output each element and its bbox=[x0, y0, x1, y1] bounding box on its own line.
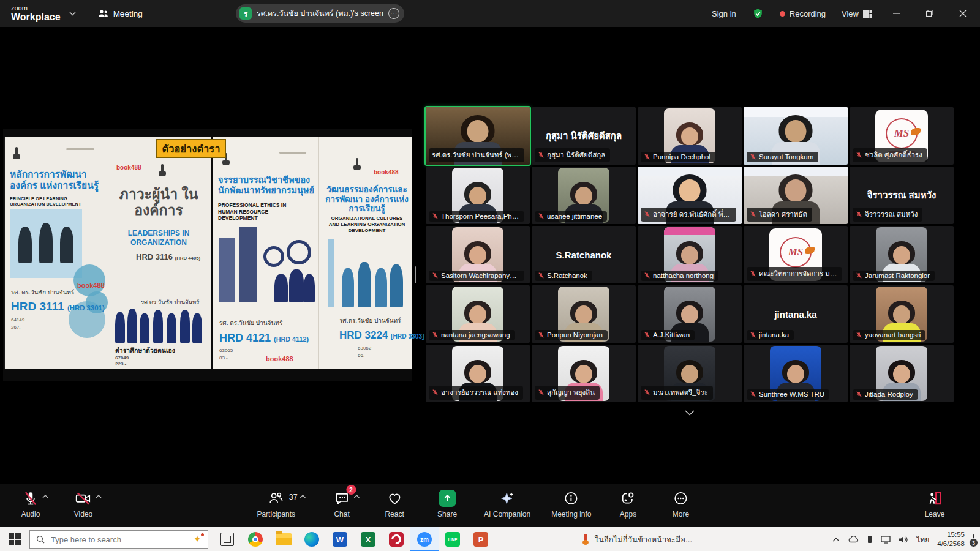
share-button[interactable]: Share bbox=[431, 489, 463, 519]
screen-share-indicator[interactable]: ร รศ.ดร.วันชัย ปานจันทร์ (พม.)'s screen … bbox=[236, 4, 404, 23]
participant-name-label: รศ.ดร.วันชัย ปานจันทร์ (พม.) bbox=[429, 148, 524, 162]
participant-tile[interactable]: อาจารย์อรวรรณ แท่งทอง bbox=[426, 345, 530, 402]
participant-tile[interactable]: MSคณะวิทยาการจัดการ มหาวิท... bbox=[744, 226, 848, 283]
participant-tile[interactable]: Sasitorn Wachirapanyap... bbox=[426, 226, 530, 283]
gallery-scroll-down-button[interactable] bbox=[679, 407, 701, 419]
edge-icon[interactable] bbox=[298, 527, 326, 551]
zoom-workplace-logo: zoom Workplace bbox=[11, 5, 61, 22]
security-shield-icon[interactable] bbox=[752, 8, 764, 20]
participant-tile[interactable]: yaovanart bangsri bbox=[850, 285, 954, 343]
participant-tile[interactable]: nantana jaengsawang bbox=[426, 285, 530, 343]
participant-tile[interactable]: มรภ.เทพสตรี_จิระ bbox=[638, 345, 742, 402]
participant-tile[interactable]: Ponpun Niyomjan bbox=[532, 285, 636, 343]
react-button[interactable]: React bbox=[379, 489, 410, 519]
participant-tile[interactable]: S.RatchanokS.Ratchanok bbox=[532, 226, 636, 283]
view-grid-icon bbox=[863, 10, 872, 18]
taskbar-weather[interactable]: ในอีกไม่กี่วันข้างหน้าจะมีอ... bbox=[581, 527, 692, 551]
view-button[interactable]: View bbox=[842, 9, 872, 18]
university-emblem-icon bbox=[353, 158, 361, 171]
taskbar-clock[interactable]: 15:55 4/6/2568 bbox=[937, 530, 965, 549]
participant-name-label: Ponpun Niyomjan bbox=[535, 330, 608, 340]
more-button[interactable]: More bbox=[665, 489, 697, 519]
participant-tile[interactable]: อาจารย์ ดร.พันธ์ศักดิ์ พึ่งงาม bbox=[638, 167, 742, 224]
red-app-icon[interactable] bbox=[382, 527, 410, 551]
book1-author: รศ. ดร.วันชัย ปานจันทร์ bbox=[11, 288, 74, 297]
participant-tile[interactable]: MSชวลิต ศุภศักดิ์ธำรง bbox=[850, 107, 954, 165]
chrome-icon[interactable] bbox=[241, 527, 270, 551]
sign-in-button[interactable]: Sign in bbox=[712, 9, 736, 18]
participant-tile[interactable]: A.J.Kittiwan bbox=[638, 285, 742, 343]
participant-grid: รศ.ดร.วันชัย ปานจันทร์ (พม.)กุสุมา นิรัต… bbox=[426, 107, 954, 402]
participant-tile[interactable]: รศ.ดร.วันชัย ปานจันทร์ (พม.) bbox=[426, 107, 530, 165]
video-button[interactable]: Video bbox=[67, 489, 99, 519]
participant-tile[interactable]: Punnipa Dechphol bbox=[638, 107, 742, 165]
apps-button[interactable]: Apps bbox=[612, 489, 644, 519]
participant-tile[interactable]: usanee jittimanee bbox=[532, 167, 636, 224]
taskbar-search-box[interactable]: ✦ bbox=[29, 530, 208, 549]
workspace-chevron-down-icon[interactable] bbox=[69, 12, 76, 16]
participant-name-label: มรภ.เทพสตรี_จิระ bbox=[641, 386, 713, 400]
participant-tile[interactable]: Thorsporn Peesara,Ph.D. bbox=[426, 167, 530, 224]
powerpoint-icon[interactable]: P bbox=[467, 527, 495, 551]
participants-chevron-icon[interactable] bbox=[300, 495, 306, 498]
bing-sparkle-icon[interactable]: ✦ bbox=[194, 534, 202, 544]
book4-illustration bbox=[323, 235, 410, 307]
language-indicator[interactable]: ไทย bbox=[916, 534, 929, 545]
panel-resize-handle[interactable] bbox=[415, 266, 416, 283]
line-icon[interactable]: LINE bbox=[439, 527, 467, 551]
file-explorer-icon[interactable] bbox=[270, 527, 298, 551]
university-emblem-icon bbox=[158, 164, 167, 178]
leave-button[interactable]: Leave bbox=[919, 489, 951, 519]
participant-name-label: nantana jaengsawang bbox=[429, 330, 515, 340]
participant-tile[interactable]: Sunthree W.MS TRU bbox=[744, 345, 848, 402]
meeting-people-icon bbox=[98, 9, 108, 18]
restore-button[interactable] bbox=[921, 10, 938, 17]
participants-count: 37 bbox=[289, 493, 298, 501]
mic-muted-icon bbox=[644, 272, 650, 279]
book2-title-en: LEADERSHIPS IN ORGANIZATION bbox=[113, 229, 205, 247]
volume-icon[interactable] bbox=[899, 536, 908, 544]
participant-tile[interactable]: ไอลดา ศราทธัต bbox=[744, 167, 848, 224]
share-options-ellipsis-icon[interactable]: ⋯ bbox=[388, 8, 399, 19]
audio-options-chevron-icon[interactable] bbox=[42, 495, 48, 498]
meeting-toolbar: Audio Video 37 Participants bbox=[0, 484, 980, 527]
participant-name-label: Jarumast Raktonglor bbox=[853, 271, 935, 281]
zoom-app-icon[interactable]: zm bbox=[410, 527, 439, 551]
participant-tile[interactable]: natthacha northong bbox=[638, 226, 742, 283]
excel-icon[interactable]: X bbox=[354, 527, 382, 551]
notification-center-button[interactable]: 3 bbox=[973, 535, 974, 544]
participant-tile[interactable]: สุกัญญา พยุงสิน bbox=[532, 345, 636, 402]
tray-expand-chevron-icon[interactable] bbox=[832, 538, 840, 542]
usb-device-icon[interactable] bbox=[867, 535, 873, 544]
video-options-chevron-icon[interactable] bbox=[96, 495, 102, 498]
onedrive-cloud-icon[interactable] bbox=[848, 536, 859, 543]
participant-name-label: yaovanart bangsri bbox=[853, 330, 925, 340]
search-input[interactable] bbox=[50, 534, 189, 545]
book3-price: 83.- bbox=[219, 355, 228, 361]
participant-tile[interactable]: Jitlada Rodploy bbox=[850, 345, 954, 402]
chat-button[interactable]: 2 Chat bbox=[326, 489, 358, 519]
mic-muted-icon bbox=[644, 153, 650, 160]
participant-name-label: Punnipa Dechphol bbox=[641, 152, 715, 162]
tab-meeting[interactable]: Meeting bbox=[98, 9, 143, 18]
participant-tile[interactable]: jintana.kajintana.ka bbox=[744, 285, 848, 343]
word-icon[interactable]: W bbox=[326, 527, 354, 551]
task-view-icon[interactable] bbox=[213, 527, 241, 551]
participant-tile[interactable]: กุสุมา นิรัติศัยดีสกุลกุสุมา นิรัติศัยดี… bbox=[532, 107, 636, 165]
participant-tile[interactable]: Surayut Tongkum bbox=[744, 107, 848, 165]
meeting-info-button[interactable]: Meeting info bbox=[551, 489, 591, 519]
mic-muted-icon bbox=[432, 389, 439, 396]
participants-button[interactable]: 37 Participants bbox=[257, 489, 295, 519]
ai-companion-button[interactable]: AI Companion bbox=[484, 489, 530, 519]
recording-indicator[interactable]: Recording bbox=[780, 9, 826, 18]
start-button[interactable] bbox=[9, 533, 21, 545]
participant-tile[interactable]: Jarumast Raktonglor bbox=[850, 226, 954, 283]
display-icon[interactable] bbox=[881, 536, 891, 544]
mic-muted-icon bbox=[538, 389, 545, 396]
audio-button[interactable]: Audio bbox=[15, 489, 47, 519]
close-button[interactable] bbox=[954, 10, 971, 17]
chat-chevron-icon[interactable] bbox=[353, 495, 360, 498]
mic-muted-icon bbox=[856, 391, 862, 398]
participant-tile[interactable]: จิราวรรณ สมหวังจิราวรรณ สมหวัง bbox=[850, 167, 954, 224]
minimize-button[interactable] bbox=[888, 10, 905, 17]
